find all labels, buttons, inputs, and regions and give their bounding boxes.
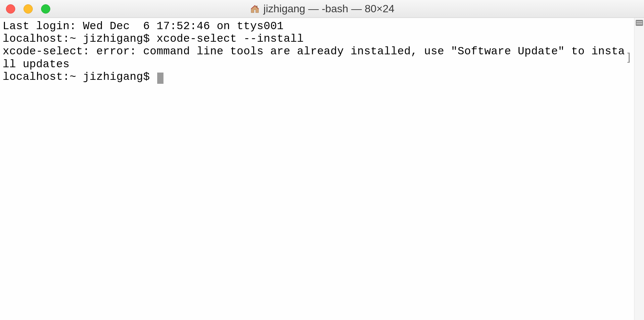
terminal-output-line: xcode-select: error: command line tools … (3, 45, 631, 70)
titlebar[interactable]: jizhigang — -bash — 80×24 (0, 0, 644, 18)
minimize-button[interactable] (23, 4, 33, 14)
maximize-button[interactable] (41, 4, 50, 14)
bracket-marker: ] (625, 51, 632, 64)
cursor (157, 73, 163, 84)
terminal-prompt: localhost:~ jizhigang$ (3, 71, 157, 83)
window-title: jizhigang — -bash — 80×24 (263, 3, 394, 15)
terminal-output-line: Last login: Wed Dec 6 17:52:46 on ttys00… (3, 20, 631, 32)
window-controls (0, 4, 50, 14)
close-button[interactable] (6, 4, 15, 14)
home-icon (250, 4, 260, 14)
window-title-container: jizhigang — -bash — 80×24 (250, 3, 394, 15)
sidebar-toggle-icon[interactable] (636, 20, 643, 26)
content-wrapper: Last login: Wed Dec 6 17:52:46 on ttys00… (0, 18, 644, 320)
terminal-body[interactable]: Last login: Wed Dec 6 17:52:46 on ttys00… (0, 18, 634, 320)
svg-rect-0 (256, 6, 257, 8)
scrollbar-gutter[interactable] (634, 18, 644, 320)
terminal-window: jizhigang — -bash — 80×24 Last login: We… (0, 0, 644, 320)
terminal-output-line: localhost:~ jizhigang$ xcode-select --in… (3, 32, 631, 45)
